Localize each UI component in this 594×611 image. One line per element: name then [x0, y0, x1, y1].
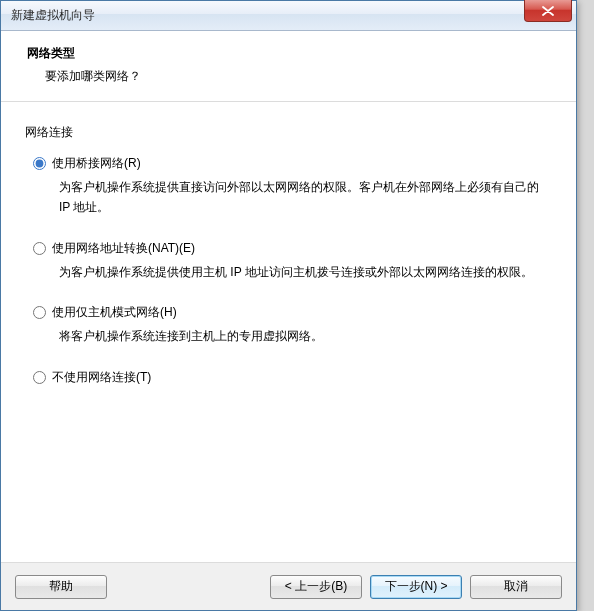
wizard-content: 网络连接 使用桥接网络(R) 为客户机操作系统提供直接访问外部以太网网络的权限。… — [1, 102, 576, 574]
cancel-button[interactable]: 取消 — [470, 575, 562, 599]
option-nat-row[interactable]: 使用网络地址转换(NAT)(E) — [33, 240, 552, 257]
page-subtitle: 要添加哪类网络？ — [27, 68, 550, 85]
option-hostonly-label: 使用仅主机模式网络(H) — [52, 304, 177, 321]
page-title: 网络类型 — [27, 45, 550, 62]
next-button[interactable]: 下一步(N) > — [370, 575, 462, 599]
option-nat-desc: 为客户机操作系统提供使用主机 IP 地址访问主机拨号连接或外部以太网网络连接的权… — [33, 263, 552, 283]
option-hostonly-desc: 将客户机操作系统连接到主机上的专用虚拟网络。 — [33, 327, 552, 347]
radio-bridged[interactable] — [33, 157, 46, 170]
option-nat-label: 使用网络地址转换(NAT)(E) — [52, 240, 195, 257]
wizard-dialog: 新建虚拟机向导 网络类型 要添加哪类网络？ 网络连接 使用桥接网络(R) 为客户… — [0, 0, 577, 611]
close-button[interactable] — [524, 0, 572, 22]
option-bridged-label: 使用桥接网络(R) — [52, 155, 141, 172]
option-none: 不使用网络连接(T) — [33, 369, 552, 386]
option-bridged-row[interactable]: 使用桥接网络(R) — [33, 155, 552, 172]
option-nat: 使用网络地址转换(NAT)(E) 为客户机操作系统提供使用主机 IP 地址访问主… — [33, 240, 552, 283]
option-hostonly: 使用仅主机模式网络(H) 将客户机操作系统连接到主机上的专用虚拟网络。 — [33, 304, 552, 347]
option-none-label: 不使用网络连接(T) — [52, 369, 151, 386]
option-bridged-desc: 为客户机操作系统提供直接访问外部以太网网络的权限。客户机在外部网络上必须有自己的… — [33, 178, 552, 218]
section-label: 网络连接 — [25, 124, 552, 141]
network-radio-group: 使用桥接网络(R) 为客户机操作系统提供直接访问外部以太网网络的权限。客户机在外… — [25, 155, 552, 386]
option-hostonly-row[interactable]: 使用仅主机模式网络(H) — [33, 304, 552, 321]
wizard-header: 网络类型 要添加哪类网络？ — [1, 31, 576, 102]
radio-hostonly[interactable] — [33, 306, 46, 319]
window-title: 新建虚拟机向导 — [11, 7, 576, 24]
help-button[interactable]: 帮助 — [15, 575, 107, 599]
back-button[interactable]: < 上一步(B) — [270, 575, 362, 599]
close-icon — [542, 6, 554, 16]
titlebar: 新建虚拟机向导 — [1, 1, 576, 31]
radio-none[interactable] — [33, 371, 46, 384]
option-none-row[interactable]: 不使用网络连接(T) — [33, 369, 552, 386]
option-bridged: 使用桥接网络(R) 为客户机操作系统提供直接访问外部以太网网络的权限。客户机在外… — [33, 155, 552, 218]
radio-nat[interactable] — [33, 242, 46, 255]
wizard-footer: 帮助 < 上一步(B) 下一步(N) > 取消 — [1, 562, 576, 610]
